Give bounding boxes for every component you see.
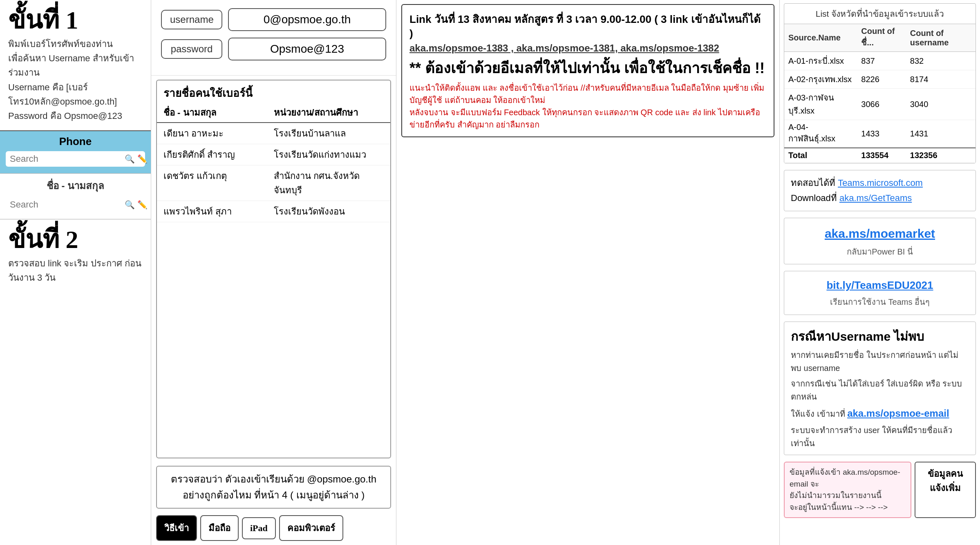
phone-title: Phone — [6, 135, 145, 148]
ann-footer: แนะนำให้ติดตั้งแอพ และ ลงชื่อเข้าใช้เอาไ… — [409, 82, 766, 131]
test-links-box: ทดสอบได้ที่ Teams.microsoft.com Download… — [784, 170, 976, 211]
mid-panel: username 0@opsmoe.go.th password Opsmoe@… — [151, 0, 396, 545]
bottom-right: ข้อมูลที่แจ้งเข้า aka.ms/opsmoe-email จะ… — [784, 462, 976, 518]
col2-header: หน่วยงาน/สถานศึกษา — [274, 105, 384, 120]
phone-search-row: 🔍 ✏️ — [6, 151, 145, 167]
check-text1: ตรวจสอบว่า ตัวเองเข้าเรียนด้วย @opsmoe.g… — [163, 471, 384, 487]
edit-icon: ✏️ — [137, 154, 148, 164]
total-count-username: 132356 — [906, 148, 976, 163]
source-cell: A-03-กาฬจนบุรี.xlsx — [784, 89, 857, 120]
data-note-box: ข้อมูลที่แจ้งเข้า aka.ms/opsmoe-email จะ… — [784, 462, 911, 518]
step1-desc: พิมพ์เบอร์โทรศัพท์ของท่าน เพื่อค้นหา Use… — [8, 37, 143, 123]
teams-edu-link[interactable]: bit.ly/TeamsEDU2021 — [826, 279, 933, 291]
download-label: Downloadที่ — [791, 193, 837, 203]
search-icon: 🔍 — [125, 154, 135, 164]
province-table: Source.Name Count of ชื่... Count of use… — [784, 24, 976, 163]
method-mobile-btn[interactable]: มือถือ — [200, 515, 239, 541]
teams-edu-box: bit.ly/TeamsEDU2021 เรียนการใช้งาน Teams… — [784, 271, 976, 315]
not-found-desc1: หากท่านเคยมีรายชื่อ ในประกาศก่อนหน้า แต่… — [791, 348, 969, 375]
count-user-cell: 3040 — [906, 89, 976, 120]
user-list-row[interactable]: เดชวัตร แก้วเกตุสำนักงาน กศน.จังหวัดจันท… — [157, 165, 390, 201]
teams-link[interactable]: Teams.microsoft.com — [838, 178, 923, 188]
right-panel: List จังหวัดที่นำข้อมูลเข้าระบบแล้ว Sour… — [780, 0, 980, 545]
source-cell: A-04-กาฬสินธุ์.xlsx — [784, 120, 857, 148]
count-user-cell: 832 — [906, 52, 976, 70]
not-found-link[interactable]: aka.ms/opsmoe-email — [847, 408, 949, 419]
user-name: เดชวัตร แก้วเกตุ — [163, 169, 274, 197]
left-panel: ขั้นที่ 1 พิมพ์เบอร์โทรศัพท์ของท่าน เพื่… — [0, 0, 151, 545]
user-name: แพรวไพรินท์ สุภา — [163, 204, 274, 219]
col-count-id-header: Count of ชื่... — [857, 24, 906, 52]
user-list-row[interactable]: เดียนา อาหะมะโรงเรียนบ้านลาแล — [157, 123, 390, 144]
source-cell: A-02-กรุงเทพ.xlsx — [784, 70, 857, 89]
table-row: A-01-กระบี่.xlsx837832 — [784, 52, 976, 70]
name-search-icon: 🔍 — [125, 200, 135, 210]
count-id-cell: 3066 — [857, 89, 906, 120]
user-list-title: รายชื่อคนใช้เบอร์นี้ — [157, 80, 390, 103]
login-section: username 0@opsmoe.go.th password Opsmoe@… — [151, 0, 396, 76]
not-found-title: กรณีหาUsername ไม่พบ — [791, 327, 969, 346]
phone-search-input[interactable] — [10, 154, 122, 164]
main-panel: Link วันที่ 13 สิงหาคม หลักสูตร ที่ 3 เว… — [396, 0, 780, 545]
step2-box: ขั้นที่ 2 ตรวจสอบ link จะเริม ประกาศ ก่อ… — [0, 219, 151, 545]
powerbi-box: aka.ms/moemarket กลับมาPower BI นี่ — [784, 218, 976, 264]
user-list-header: ชื่อ - นามสกุล หน่วยงาน/สถานศึกษา — [157, 103, 390, 123]
count-id-cell: 1433 — [857, 120, 906, 148]
username-label: username — [161, 10, 222, 29]
step2-desc: ตรวจสอบ link จะเริม ประกาศ ก่อนวันงาน 3 … — [8, 256, 143, 285]
password-row: password Opsmoe@123 — [161, 38, 386, 60]
method-section: วิธีเข้า มือถือ iPad คอมพิวเตอร์ — [156, 515, 391, 541]
province-table-title: List จังหวัดที่นำข้อมูลเข้าระบบแล้ว — [784, 4, 976, 24]
count-id-cell: 837 — [857, 52, 906, 70]
step1-box: ขั้นที่ 1 พิมพ์เบอร์โทรศัพท์ของท่าน เพื่… — [0, 0, 151, 131]
ann-date: Link วันที่ 13 สิงหาคม หลักสูตร ที่ 3 เว… — [409, 11, 766, 40]
count-id-cell: 8226 — [857, 70, 906, 89]
col-count-user-header: Count of username — [906, 24, 976, 52]
user-org: โรงเรียนวัดแก่งทางแมว — [274, 147, 384, 162]
not-found-box: กรณีหาUsername ไม่พบ หากท่านเคยมีรายชื่อ… — [784, 322, 976, 455]
count-user-cell: 8174 — [906, 70, 976, 89]
province-table-section: List จังหวัดที่นำข้อมูลเข้าระบบแล้ว Sour… — [784, 3, 976, 163]
user-list-section: รายชื่อคนใช้เบอร์นี้ ชื่อ - นามสกุล หน่ว… — [156, 80, 391, 458]
col1-header: ชื่อ - นามสกุล — [163, 105, 274, 120]
table-row: A-03-กาฬจนบุรี.xlsx30663040 — [784, 89, 976, 120]
source-cell: A-01-กระบี่.xlsx — [784, 52, 857, 70]
username-value: 0@opsmoe.go.th — [228, 8, 386, 31]
table-row: A-02-กรุงเทพ.xlsx82268174 — [784, 70, 976, 89]
name-search-input[interactable] — [10, 199, 122, 210]
step1-title: ขั้นที่ 1 — [8, 7, 143, 33]
announcement-box: Link วันที่ 13 สิงหาคม หลักสูตร ที่ 3 เว… — [401, 4, 774, 137]
name-section: ชื่อ - นามสกุล 🔍 ✏️ — [0, 174, 151, 219]
powerbi-sub: กลับมาPower BI นี่ — [847, 247, 913, 256]
user-name: เดียนา อาหะมะ — [163, 126, 274, 141]
user-name: เกียรติศักดิ์ สำราญ — [163, 147, 274, 162]
name-title: ชื่อ - นามสกุล — [6, 178, 145, 194]
user-list-row[interactable]: แพรวไพรินท์ สุภาโรงเรียนวัดพังงอน — [157, 201, 390, 222]
user-org: สำนักงาน กศน.จังหวัดจันทบุรี — [274, 169, 384, 197]
method-ipad-btn[interactable]: iPad — [242, 517, 276, 539]
not-found-desc2: จากกรณีเช่น ไม่ได้ใส่เบอร์ ใส่เบอร์ผิด ห… — [791, 377, 969, 403]
step2-title: ขั้นที่ 2 — [8, 227, 143, 252]
name-edit-icon: ✏️ — [137, 200, 148, 210]
data-note-text: ข้อมูลที่แจ้งเข้า aka.ms/opsmoe-email จะ… — [790, 468, 900, 511]
check-text2: อย่างถูกต้องไหม ที่หน้า 4 ( เมนูอยู่ด้าน… — [163, 487, 384, 503]
user-org: โรงเรียนวัดพังงอน — [274, 204, 384, 219]
not-found-desc3: ให้แจ้ง เข้ามาที่ aka.ms/opsmoe-email — [791, 406, 969, 421]
check-section: ตรวจสอบว่า ตัวเองเข้าเรียนด้วย @opsmoe.g… — [156, 466, 391, 509]
password-label: password — [161, 39, 222, 59]
username-row: username 0@opsmoe.go.th — [161, 8, 386, 31]
total-label: Total — [784, 148, 857, 163]
method-label-btn[interactable]: วิธีเข้า — [156, 515, 197, 541]
method-computer-btn[interactable]: คอมพิวเตอร์ — [279, 515, 343, 541]
user-list-scroll[interactable]: เดียนา อาหะมะโรงเรียนบ้านลาแลเกียรติศักด… — [157, 123, 390, 458]
password-value: Opsmoe@123 — [228, 38, 386, 60]
test-label: ทดสอบได้ที่ — [791, 178, 835, 188]
table-row: A-04-กาฬสินธุ์.xlsx14331431 — [784, 120, 976, 148]
not-found-desc4: ระบบจะทำการสร้าง user ให้คนที่มีรายชื่อแ… — [791, 424, 969, 450]
download-link[interactable]: aka.ms/GetTeams — [839, 193, 912, 203]
powerbi-link[interactable]: aka.ms/moemarket — [825, 227, 935, 240]
ann-warning: ** ต้องเข้าด้วยอีเมลที่ให้ไปเท่านั้น เพื… — [409, 58, 766, 78]
ann-links: aka.ms/opsmoe-1383 , aka.ms/opsmoe-1381,… — [409, 42, 766, 54]
user-list-row[interactable]: เกียรติศักดิ์ สำราญโรงเรียนวัดแก่งทางแมว — [157, 144, 390, 165]
add-data-button[interactable]: ข้อมูลคนแจ้งเพิ่ม — [915, 462, 976, 518]
